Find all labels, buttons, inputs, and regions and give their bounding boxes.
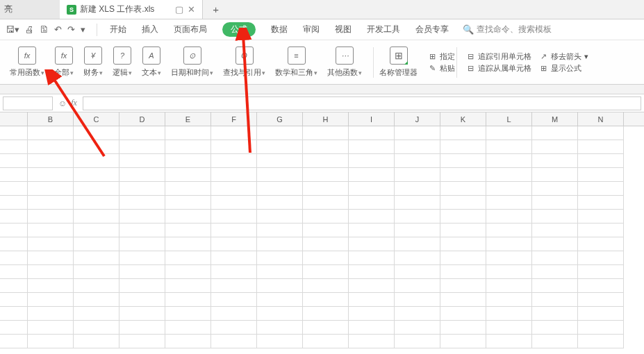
cell[interactable] [349,265,395,279]
col-header[interactable]: J [395,112,440,126]
cell[interactable] [532,321,578,335]
cell[interactable] [0,126,28,140]
cell[interactable] [119,182,165,196]
cell[interactable] [486,154,532,168]
cell[interactable] [486,140,532,154]
cell[interactable] [440,168,486,182]
cell[interactable] [440,265,486,279]
cell[interactable] [395,182,440,196]
cell[interactable] [119,265,165,279]
cell[interactable] [165,224,211,237]
cell[interactable] [257,126,303,140]
cell[interactable] [440,210,486,224]
rb-all[interactable]: fx 全部▾ [54,47,74,78]
cell[interactable] [440,335,486,348]
cell[interactable] [303,321,349,335]
cell[interactable] [28,265,74,279]
col-header[interactable]: K [440,112,486,126]
cell[interactable] [303,279,349,293]
cell[interactable] [532,140,578,154]
cell[interactable] [119,251,165,265]
cell[interactable] [349,140,395,154]
cell[interactable] [0,196,28,210]
cell[interactable] [74,224,119,237]
cell[interactable] [395,126,440,140]
col-header[interactable]: C [74,112,119,126]
cell[interactable] [486,265,532,279]
cell[interactable] [395,237,440,251]
cell[interactable] [349,168,395,182]
cell[interactable] [440,224,486,237]
cell[interactable] [257,182,303,196]
cell[interactable] [211,265,257,279]
cell[interactable] [119,335,165,348]
cell[interactable] [486,293,532,307]
cell[interactable] [440,307,486,321]
cell[interactable] [28,224,74,237]
cell[interactable] [0,265,28,279]
cell[interactable] [486,307,532,321]
cell[interactable] [165,251,211,265]
dropdown-icon[interactable]: ▾ [81,24,85,35]
close-tab-icon[interactable]: ✕ [188,4,195,15]
col-header[interactable]: N [578,112,624,126]
cell[interactable] [119,210,165,224]
cell[interactable] [578,126,624,140]
cell[interactable] [578,182,624,196]
cell[interactable] [440,196,486,210]
cell[interactable] [119,196,165,210]
cell[interactable] [28,237,74,251]
cell[interactable] [349,335,395,348]
cell[interactable] [395,251,440,265]
cell[interactable] [303,168,349,182]
cell[interactable] [0,307,28,321]
col-header[interactable]: B [28,112,74,126]
cell[interactable] [303,251,349,265]
cell[interactable] [578,196,624,210]
cell[interactable] [486,210,532,224]
cell[interactable] [165,196,211,210]
cell[interactable] [0,154,28,168]
cell[interactable] [303,307,349,321]
cell[interactable] [578,265,624,279]
cell[interactable] [440,182,486,196]
cell[interactable] [0,182,28,196]
cell[interactable] [74,293,119,307]
cell[interactable] [211,237,257,251]
cell[interactable] [211,182,257,196]
cell[interactable] [303,154,349,168]
cell[interactable] [486,321,532,335]
cell[interactable] [119,237,165,251]
menu-view[interactable]: 视图 [335,24,352,35]
cell[interactable] [165,265,211,279]
cell[interactable] [28,293,74,307]
cell[interactable] [257,154,303,168]
cell[interactable] [578,293,624,307]
cell[interactable] [211,168,257,182]
cell[interactable] [578,224,624,237]
cell[interactable] [28,321,74,335]
rb-show-formulas[interactable]: ⊞显示公式 [538,63,588,74]
cell[interactable] [257,168,303,182]
cell[interactable] [211,210,257,224]
cell[interactable] [440,140,486,154]
cell[interactable] [303,210,349,224]
cell[interactable] [486,237,532,251]
rb-financial[interactable]: ¥ 财务▾ [83,47,103,78]
col-header[interactable]: E [165,112,211,126]
col-header[interactable]: G [257,112,303,126]
cell[interactable] [486,251,532,265]
cell[interactable] [211,251,257,265]
menu-insert[interactable]: 插入 [142,24,158,35]
menu-start[interactable]: 开始 [110,24,126,35]
cell[interactable] [257,140,303,154]
cell[interactable] [165,140,211,154]
cell[interactable] [532,154,578,168]
cell[interactable] [165,237,211,251]
cell[interactable] [303,335,349,348]
cell[interactable] [395,140,440,154]
formula-input[interactable] [83,96,641,110]
cell[interactable] [257,307,303,321]
menu-data[interactable]: 数据 [271,24,288,35]
rb-trace-precedents[interactable]: ⊟追踪引用单元格 [465,51,531,62]
